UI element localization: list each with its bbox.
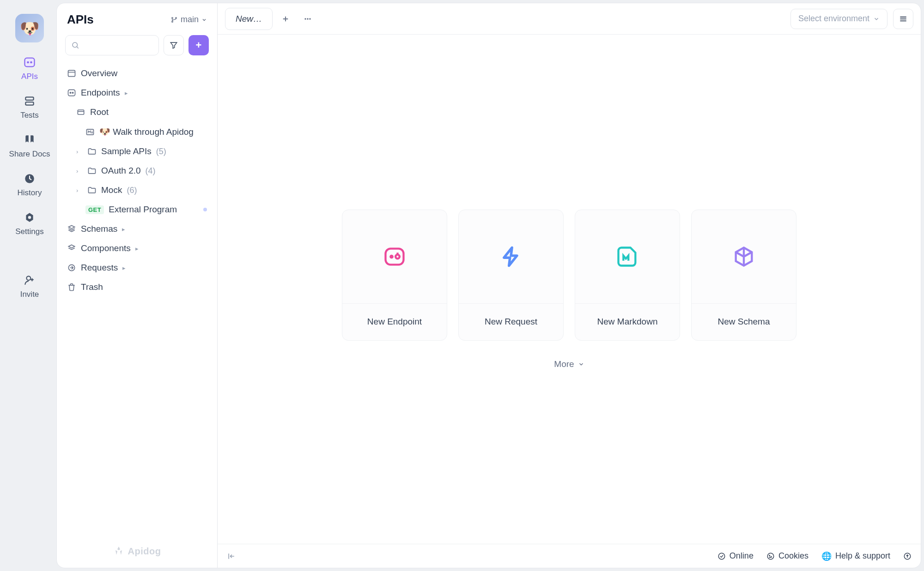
add-button[interactable]: +: [188, 35, 209, 55]
tree-label: Sample APIs: [101, 146, 152, 156]
caret-icon: ▸: [135, 245, 142, 252]
card-new-endpoint[interactable]: New Endpoint: [342, 210, 447, 341]
status-online[interactable]: Online: [717, 551, 754, 561]
tree-external-program[interactable]: GET External Program: [61, 200, 213, 219]
card-new-markdown[interactable]: New Markdown: [575, 210, 680, 341]
card-label: New Markdown: [575, 303, 680, 340]
apis-icon: [23, 55, 36, 69]
svg-point-12: [73, 42, 78, 48]
brand-icon: [113, 546, 124, 557]
search-input[interactable]: [65, 35, 159, 55]
upload-button[interactable]: [903, 552, 912, 560]
more-button[interactable]: More: [554, 359, 584, 369]
rail-item-invite[interactable]: Invite: [20, 273, 39, 299]
rail-item-settings[interactable]: Settings: [15, 210, 43, 236]
tree-walkthrough[interactable]: 🐶 Walk through Apidog: [61, 122, 213, 142]
tree-trash[interactable]: Trash: [61, 277, 213, 297]
tree-components[interactable]: Components ▸: [61, 239, 213, 258]
tree-schemas[interactable]: Schemas ▸: [61, 219, 213, 239]
tree-requests[interactable]: Requests ▸: [61, 258, 213, 277]
card-new-request[interactable]: New Request: [458, 210, 564, 341]
tab-more-button[interactable]: [298, 10, 317, 28]
svg-rect-4: [25, 102, 33, 105]
tree-count: (5): [156, 147, 166, 156]
chevron-down-icon: [578, 361, 584, 367]
svg-rect-17: [78, 110, 84, 114]
card-label: New Request: [459, 303, 563, 340]
caret-icon: ▸: [122, 226, 128, 233]
svg-point-26: [718, 553, 725, 559]
tree-label: Overview: [81, 68, 117, 78]
tree-label: Requests: [81, 263, 118, 273]
rail-item-sharedocs[interactable]: Share Docs: [9, 133, 50, 159]
brand-footer: Apidog: [57, 537, 217, 568]
menu-icon: [899, 14, 908, 24]
svg-rect-0: [25, 58, 35, 67]
tree-label: Components: [81, 243, 131, 253]
branch-name: main: [181, 15, 199, 24]
upload-icon: [903, 552, 912, 560]
svg-point-15: [70, 92, 71, 94]
help-label: Help & support: [835, 551, 890, 561]
svg-rect-13: [68, 70, 75, 76]
folder-icon: [87, 186, 97, 195]
rail-item-apis[interactable]: APIs: [21, 55, 38, 81]
svg-point-22: [309, 18, 310, 19]
svg-point-21: [307, 18, 308, 19]
root-icon: [76, 108, 85, 117]
tree-oauth[interactable]: › OAuth 2.0 (4): [61, 161, 213, 180]
trash-icon: [67, 282, 76, 292]
tree-count: (4): [146, 166, 156, 176]
components-icon: [67, 244, 76, 253]
new-tab-button[interactable]: [276, 10, 295, 28]
workspace-avatar[interactable]: 🐶: [15, 14, 44, 42]
tree-sample-apis[interactable]: › Sample APIs (5): [61, 142, 213, 161]
filter-button[interactable]: [164, 35, 184, 55]
cards-row: New Endpoint New Request New Markdown: [342, 210, 796, 341]
tab-new[interactable]: New…: [225, 8, 273, 30]
filter-icon: [169, 41, 178, 50]
schemas-icon: [67, 224, 76, 234]
svg-point-10: [172, 21, 173, 22]
rail-label: History: [18, 188, 42, 198]
tree-label: Schemas: [81, 224, 117, 234]
svg-rect-14: [68, 90, 75, 96]
collapse-icon: [227, 552, 236, 561]
branch-icon: [170, 16, 178, 24]
canvas: New Endpoint New Request New Markdown: [218, 35, 921, 544]
plus-icon: [281, 15, 290, 23]
endpoint-icon: [342, 210, 447, 303]
card-new-schema[interactable]: New Schema: [691, 210, 796, 341]
tree-count: (6): [127, 186, 137, 195]
content-area: New… Select environment: [218, 3, 921, 568]
environment-selector[interactable]: Select environment: [790, 9, 888, 29]
svg-rect-3: [25, 97, 33, 100]
svg-point-16: [72, 92, 73, 94]
svg-point-24: [389, 254, 394, 258]
more-label: More: [554, 359, 574, 369]
svg-point-25: [395, 254, 400, 258]
status-dot: [203, 208, 207, 211]
tree-endpoints[interactable]: Endpoints ▸: [61, 83, 213, 102]
folder-icon: [87, 147, 97, 156]
branch-selector[interactable]: main: [170, 15, 207, 24]
tree-label: OAuth 2.0: [101, 166, 141, 176]
sharedocs-icon: [23, 133, 36, 147]
rail-item-history[interactable]: History: [18, 172, 42, 198]
tree-label: Endpoints: [81, 88, 120, 98]
request-icon: [459, 210, 563, 303]
endpoints-icon: [67, 88, 76, 97]
chevron-right-icon: ›: [76, 187, 83, 194]
menu-button[interactable]: [893, 9, 913, 29]
svg-rect-18: [87, 129, 94, 135]
globe-icon: 🌐: [821, 551, 832, 561]
tree-root[interactable]: Root: [61, 102, 213, 122]
tree-overview[interactable]: Overview: [61, 64, 213, 83]
help-button[interactable]: 🌐 Help & support: [821, 551, 890, 561]
tree-mock[interactable]: › Mock (6): [61, 180, 213, 200]
svg-point-20: [304, 18, 306, 19]
cookies-button[interactable]: Cookies: [766, 551, 808, 561]
collapse-sidebar-button[interactable]: [227, 552, 236, 561]
rail-item-tests[interactable]: Tests: [20, 94, 39, 120]
chevron-down-icon: [201, 17, 207, 23]
